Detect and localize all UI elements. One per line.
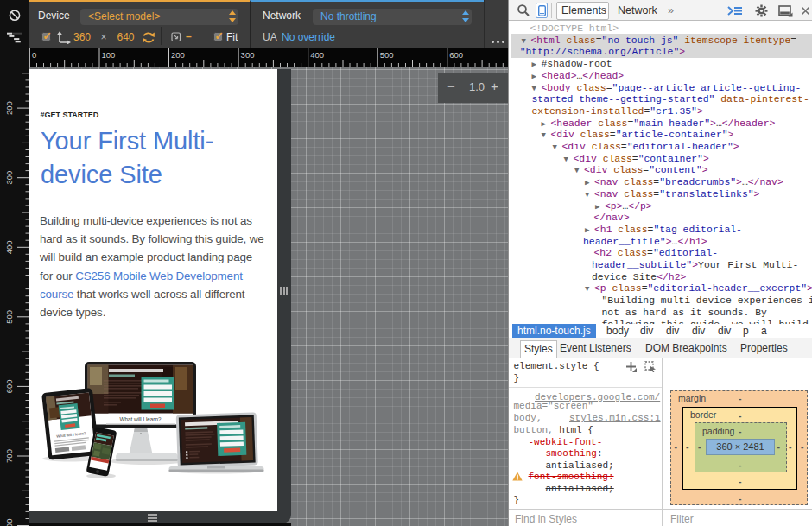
svg-text:200: 200 xyxy=(4,101,14,115)
svg-text:0: 0 xyxy=(32,50,36,60)
svg-text:600: 600 xyxy=(449,50,463,60)
svg-text:500: 500 xyxy=(4,310,14,324)
svg-text:300: 300 xyxy=(241,50,255,60)
svg-text:100: 100 xyxy=(102,50,116,60)
svg-text:200: 200 xyxy=(171,50,185,60)
svg-text:600: 600 xyxy=(4,379,14,393)
svg-text:300: 300 xyxy=(4,171,14,185)
svg-text:500: 500 xyxy=(380,50,394,60)
svg-text:400: 400 xyxy=(310,50,324,60)
svg-text:800: 800 xyxy=(4,519,14,526)
svg-text:What will I learn?: What will I learn? xyxy=(120,416,162,422)
svg-text:400: 400 xyxy=(4,240,14,254)
svg-text:700: 700 xyxy=(4,449,14,463)
